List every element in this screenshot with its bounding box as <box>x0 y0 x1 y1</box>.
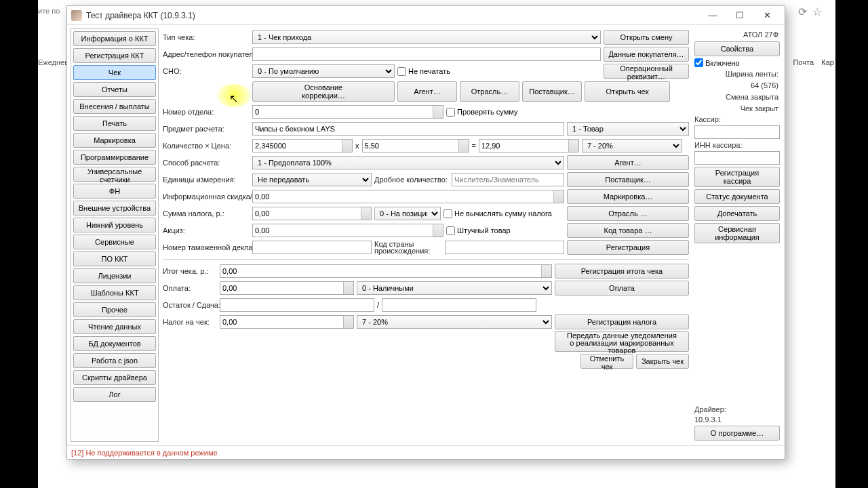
transmit-button[interactable]: Передать данные уведомления о реализации… <box>555 331 689 352</box>
rest-label: Остаток / Сдача: <box>163 301 217 309</box>
props-button[interactable]: Свойства <box>694 41 780 56</box>
sidebar-item-10[interactable]: Внешние устройства <box>73 201 156 216</box>
sidebar-item-8[interactable]: Универсальные счетчики <box>73 167 156 182</box>
dept-input[interactable] <box>252 105 443 119</box>
sidebar-item-9[interactable]: ФН <box>73 184 156 199</box>
window-title: Тест драйвера ККТ (10.9.3.1) <box>86 11 699 20</box>
sidebar-item-16[interactable]: Прочее <box>73 302 156 317</box>
item-input[interactable] <box>252 122 564 136</box>
total-check-input[interactable] <box>220 264 552 278</box>
tax-pos-select[interactable]: 0 - На позицию <box>374 207 441 220</box>
sidebar-item-4[interactable]: Внесения / выплаты <box>73 99 156 114</box>
payment-button[interactable]: Оплата <box>555 281 689 296</box>
sidebar-item-3[interactable]: Отчеты <box>73 82 156 97</box>
close-button[interactable]: ✕ <box>753 7 781 24</box>
statusbar: [12] Не поддерживается в данном режиме <box>67 445 785 459</box>
qty-label: Количество × Цена: <box>163 142 250 150</box>
sidebar-item-20[interactable]: Скрипты драйвера <box>73 370 156 385</box>
doc-status-button[interactable]: Статус документа <box>694 189 780 204</box>
vat-select[interactable]: 7 - 20% <box>582 139 682 152</box>
marking-button[interactable]: Маркировка… <box>567 189 689 204</box>
cancel-check-button[interactable]: Отменить чек <box>580 354 633 369</box>
sidebar-item-5[interactable]: Печать <box>73 116 156 131</box>
device-name: АТОЛ 27Ф <box>694 30 780 39</box>
reg-tax-button[interactable]: Регистрация налога <box>555 314 689 329</box>
open-shift-button[interactable]: Открыть смену <box>604 30 689 45</box>
method-select[interactable]: 1 - Предоплата 100% <box>252 156 564 169</box>
supplier2-button[interactable]: Поставщик… <box>567 172 689 187</box>
change-input[interactable] <box>382 298 536 312</box>
sidebar-item-13[interactable]: ПО ККТ <box>73 251 156 266</box>
piece-check[interactable]: Штучный товар <box>446 226 511 235</box>
no-calc-tax-check[interactable]: Не вычислять сумму налога <box>443 209 552 218</box>
industry-button[interactable]: Отрасль… <box>460 81 519 102</box>
no-print-check[interactable]: Не печатать <box>397 67 450 76</box>
unit-select[interactable]: Не передавать <box>252 173 372 186</box>
method-label: Способ расчета: <box>163 159 250 167</box>
pay-label: Оплата: <box>163 284 217 292</box>
agent-button[interactable]: Агент… <box>397 81 457 102</box>
sno-label: СНО: <box>163 67 250 75</box>
op-req-button[interactable]: Операционный реквизит… <box>604 64 689 79</box>
sidebar-item-1[interactable]: Регистрация ККТ <box>73 48 156 63</box>
industry2-button[interactable]: Отрасль … <box>567 206 689 221</box>
taxcheck-vat-select[interactable]: 7 - 20% <box>357 315 552 329</box>
sidebar-item-19[interactable]: Работа с json <box>73 353 156 368</box>
country-input[interactable] <box>445 241 564 254</box>
basis-button[interactable]: Основание коррекции… <box>252 81 395 102</box>
star-icon[interactable]: ☆ <box>812 5 822 18</box>
pay-type-select[interactable]: 0 - Наличными <box>357 281 552 295</box>
reg-total-button[interactable]: Регистрация итога чека <box>555 264 689 279</box>
agent2-button[interactable]: Агент… <box>567 155 689 170</box>
disc-input[interactable] <box>252 190 564 203</box>
price-input[interactable] <box>362 139 469 152</box>
tax-sum-input[interactable] <box>252 207 372 220</box>
sidebar-item-14[interactable]: Лицензии <box>73 268 156 283</box>
bg-cart[interactable]: Кар <box>821 58 834 66</box>
inn-input[interactable] <box>694 151 780 165</box>
reg-cashier-button[interactable]: Регистрация кассира <box>694 167 780 187</box>
sidebar-item-17[interactable]: Чтение данных <box>73 319 156 334</box>
registration-button[interactable]: Регистрация <box>567 240 689 255</box>
open-check-button[interactable]: Открыть чек <box>585 81 670 102</box>
sidebar-item-6[interactable]: Маркировка <box>73 133 156 148</box>
close-check-button[interactable]: Закрыть чек <box>636 354 689 369</box>
item-type-select[interactable]: 1 - Товар <box>567 122 689 136</box>
service-button[interactable]: Сервисная информация <box>694 223 780 243</box>
buyer-data-button[interactable]: Данные покупателя… <box>604 47 689 62</box>
taxcheck-label: Налог на чек: <box>163 318 217 326</box>
pay-input[interactable] <box>220 281 354 295</box>
sidebar-item-18[interactable]: БД документов <box>73 336 156 351</box>
addr-input[interactable] <box>252 47 601 61</box>
cashier-label: Кассир: <box>694 115 780 123</box>
maximize-button[interactable]: ☐ <box>726 7 753 24</box>
sno-select[interactable]: 0 - По умолчанию <box>252 64 395 78</box>
total-input[interactable] <box>479 139 579 152</box>
taxcheck-input[interactable] <box>220 315 354 329</box>
item-code-button[interactable]: Код товара … <box>567 223 689 238</box>
customs-input[interactable] <box>252 241 372 254</box>
excise-input[interactable] <box>252 224 443 237</box>
about-button[interactable]: О программе… <box>694 426 780 441</box>
sidebar-item-7[interactable]: Программирование <box>73 150 156 165</box>
rest-input[interactable] <box>220 298 374 312</box>
reprint-button[interactable]: Допечатать <box>694 206 780 221</box>
reload-icon[interactable]: ⟳ <box>798 5 807 18</box>
frac-input[interactable] <box>452 173 564 186</box>
enabled-check[interactable]: Включено <box>694 58 780 67</box>
type-select[interactable]: 1 - Чек прихода <box>252 30 601 44</box>
minimize-button[interactable]: — <box>699 7 726 24</box>
sidebar-item-11[interactable]: Нижний уровень <box>73 218 156 232</box>
sidebar-item-21[interactable]: Лог <box>73 387 156 402</box>
sidebar-item-0[interactable]: Информация о ККТ <box>73 31 156 46</box>
sidebar-item-2[interactable]: Чек <box>73 65 156 80</box>
cashier-input[interactable] <box>694 125 780 139</box>
check-sum-check[interactable]: Проверять сумму <box>446 108 517 117</box>
bg-mail[interactable]: Почта <box>793 58 814 66</box>
sidebar-item-15[interactable]: Шаблоны ККТ <box>73 285 156 300</box>
sidebar-item-12[interactable]: Сервисные <box>73 235 156 249</box>
rightbar: АТОЛ 27Ф Свойства Включено Ширина ленты:… <box>693 28 781 442</box>
supplier-button[interactable]: Поставщик… <box>522 81 582 102</box>
item-label: Предмет расчета: <box>163 125 250 133</box>
qty-input[interactable] <box>252 139 353 152</box>
